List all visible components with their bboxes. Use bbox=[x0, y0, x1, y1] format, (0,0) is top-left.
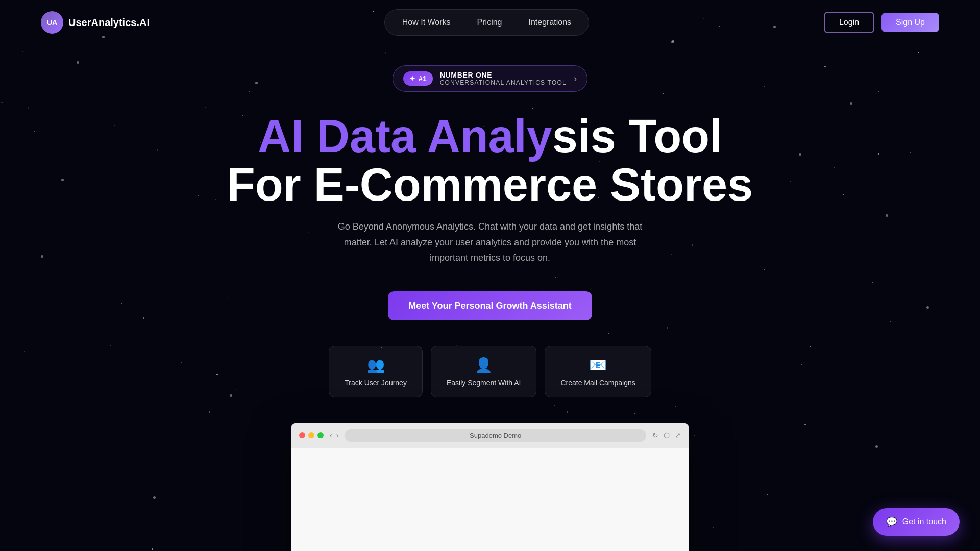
nav-links: How It Works Pricing Integrations bbox=[384, 9, 589, 36]
hero-title-white: sis Tool bbox=[552, 111, 722, 162]
browser-dot-red bbox=[299, 432, 305, 438]
hero-title-purple: AI Data Analy bbox=[258, 111, 552, 162]
navbar: UA UserAnalytics.AI How It Works Pricing… bbox=[0, 0, 980, 45]
logo-icon-text: UA bbox=[47, 18, 57, 27]
browser-forward-icon[interactable]: › bbox=[336, 431, 339, 439]
chat-label: Get in touch bbox=[902, 517, 946, 527]
mail-icon: 📧 bbox=[589, 357, 607, 373]
logo-name: UserAnalytics.AI bbox=[68, 17, 150, 29]
browser-dots bbox=[299, 432, 324, 438]
badge[interactable]: ✦ #1 NUMBER ONE CONVERSATIONAL ANALYTICS… bbox=[393, 65, 587, 92]
feature-card-mail[interactable]: 📧 Create Mail Campaigns bbox=[545, 346, 651, 397]
browser-bar: ‹ › Supademo Demo ↻ ⬡ ⤢ bbox=[291, 423, 689, 448]
browser-external-icon[interactable]: ⬡ bbox=[664, 431, 670, 439]
hero-title-line2: For E-Commerce Stores bbox=[227, 161, 753, 209]
cta-button[interactable]: Meet Your Personal Growth Assistant bbox=[388, 291, 592, 320]
segment-icon: 👤 bbox=[475, 357, 493, 373]
badge-line1: NUMBER ONE bbox=[440, 71, 493, 79]
feature-card-track[interactable]: 👥 Track User Journey bbox=[329, 346, 423, 397]
feature-card-segment[interactable]: 👤 Easily Segment With AI bbox=[431, 346, 537, 397]
chat-icon: 💬 bbox=[886, 516, 897, 528]
browser-back-icon[interactable]: ‹ bbox=[330, 431, 332, 439]
badge-arrow: › bbox=[574, 73, 577, 84]
browser-actions: ↻ ⬡ ⤢ bbox=[652, 431, 681, 439]
track-label: Track User Journey bbox=[345, 379, 407, 387]
browser-refresh-icon[interactable]: ↻ bbox=[652, 431, 658, 439]
badge-text: NUMBER ONE CONVERSATIONAL ANALYTICS TOOL bbox=[440, 71, 567, 86]
browser-demo: ‹ › Supademo Demo ↻ ⬡ ⤢ bbox=[291, 423, 689, 551]
browser-url: Supademo Demo bbox=[345, 429, 646, 442]
segment-label: Easily Segment With AI bbox=[447, 379, 521, 387]
mail-label: Create Mail Campaigns bbox=[560, 379, 635, 387]
browser-dot-green bbox=[317, 432, 324, 438]
hero-title: AI Data Analysis Tool For E-Commerce Sto… bbox=[227, 112, 753, 209]
browser-expand-icon[interactable]: ⤢ bbox=[675, 431, 681, 439]
badge-line2: CONVERSATIONAL ANALYTICS TOOL bbox=[440, 79, 567, 86]
nav-link-pricing[interactable]: Pricing bbox=[465, 13, 514, 32]
signup-button[interactable]: Sign Up bbox=[881, 13, 939, 32]
login-button[interactable]: Login bbox=[824, 12, 874, 33]
browser-dot-yellow bbox=[308, 432, 314, 438]
logo-icon: UA bbox=[41, 11, 63, 34]
badge-rank-text: #1 bbox=[419, 74, 427, 83]
nav-actions: Login Sign Up bbox=[824, 12, 939, 33]
hero-section: ✦ #1 NUMBER ONE CONVERSATIONAL ANALYTICS… bbox=[0, 45, 980, 551]
nav-link-how-it-works[interactable]: How It Works bbox=[390, 13, 463, 32]
feature-cards: 👥 Track User Journey 👤 Easily Segment Wi… bbox=[329, 346, 651, 397]
chat-button[interactable]: 💬 Get in touch bbox=[873, 508, 960, 536]
track-icon: 👥 bbox=[367, 357, 385, 373]
browser-content bbox=[291, 448, 689, 551]
logo-area: UA UserAnalytics.AI bbox=[41, 11, 150, 34]
nav-link-integrations[interactable]: Integrations bbox=[517, 13, 584, 32]
browser-nav: ‹ › bbox=[330, 431, 338, 439]
badge-rank-icon: ✦ bbox=[409, 74, 415, 83]
badge-rank: ✦ #1 bbox=[403, 71, 433, 86]
hero-subtitle: Go Beyond Anonymous Analytics. Chat with… bbox=[337, 219, 643, 266]
